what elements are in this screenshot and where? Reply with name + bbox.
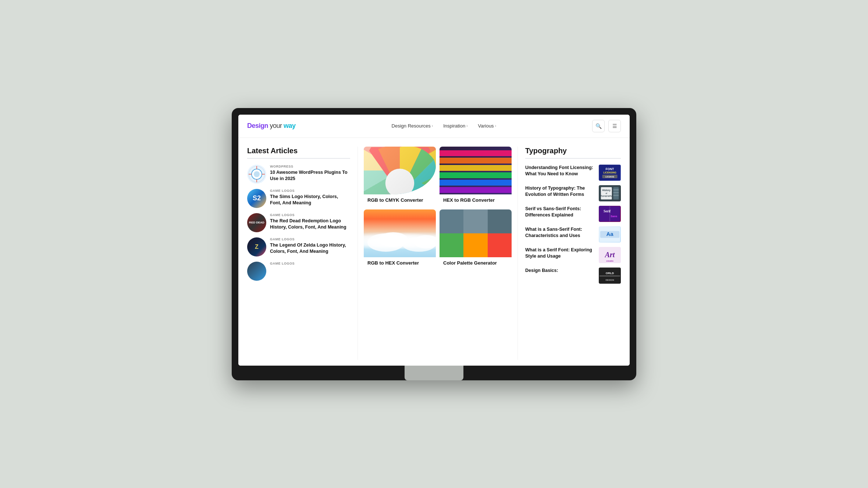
typo-item-title: What is a Sans-Serif Font: Characteristi… bbox=[525, 226, 595, 239]
svg-rect-33 bbox=[613, 192, 619, 193]
svg-point-8 bbox=[385, 169, 414, 194]
typo-meta: Serif vs Sans-Serif Fonts: Differences E… bbox=[525, 206, 595, 219]
article-category: GAME LOGOS bbox=[270, 262, 350, 265]
tool-image bbox=[440, 147, 512, 194]
palette-swatch bbox=[463, 233, 487, 257]
article-meta: WORDPRESS 10 Awesome WordPress Plugins T… bbox=[270, 165, 350, 182]
list-item[interactable]: S2 GAME LOGOS The Sims Logo History, Col… bbox=[247, 189, 350, 208]
svg-text:Art: Art bbox=[604, 251, 615, 259]
svg-text:LICENSE: LICENSE bbox=[605, 176, 615, 178]
article-thumbnail bbox=[247, 165, 266, 184]
tools-grid: RGB to CMYK Converter bbox=[364, 147, 512, 269]
typo-meta: What is a Serif Font: Exploring Style an… bbox=[525, 247, 595, 260]
list-item[interactable]: Serif vs Sans-Serif Fonts: Differences E… bbox=[525, 206, 621, 222]
typography-title: Typography bbox=[525, 147, 621, 159]
tool-label: HEX to RGB Converter bbox=[440, 194, 512, 206]
monitor: Design your way Design Resources › Inspi… bbox=[232, 108, 636, 380]
tool-card-hex-rgb[interactable]: HEX to RGB Converter bbox=[440, 147, 512, 206]
svg-text:History: History bbox=[602, 189, 611, 192]
article-title: 10 Awesome WordPress Plugins To Use in 2… bbox=[270, 169, 350, 182]
logo-your: your bbox=[268, 122, 284, 129]
typo-thumbnail: History of Typography bbox=[599, 185, 621, 201]
article-thumbnail: Z bbox=[247, 237, 266, 256]
svg-text:Typography: Typography bbox=[601, 195, 612, 197]
list-item[interactable]: History of Typography: The Evolution of … bbox=[525, 185, 621, 201]
nav-links: Design Resources › Inspiration › Various… bbox=[392, 123, 496, 129]
palette-swatch bbox=[488, 233, 512, 257]
palette-swatch bbox=[440, 209, 463, 233]
typo-meta: What is a Sans-Serif Font: Characteristi… bbox=[525, 226, 595, 239]
list-item[interactable]: Understanding Font Licensing: What You N… bbox=[525, 165, 621, 181]
nav-actions: 🔍 ☰ bbox=[592, 120, 621, 132]
article-title: The Sims Logo History, Colors, Font, And… bbox=[270, 194, 350, 207]
article-thumbnail bbox=[247, 262, 266, 281]
tool-label: Color Palette Generator bbox=[440, 257, 512, 269]
chevron-icon: › bbox=[466, 124, 467, 128]
svg-rect-7 bbox=[364, 147, 436, 194]
svg-text:Sans: Sans bbox=[611, 215, 617, 218]
palette-swatch bbox=[440, 233, 463, 257]
article-thumbnail: S2 bbox=[247, 189, 266, 208]
svg-text:creatio: creatio bbox=[606, 260, 613, 262]
typo-thumbnail: ORLD DESIGN bbox=[599, 268, 621, 284]
article-title: The Legend Of Zelda Logo History, Colors… bbox=[270, 242, 350, 255]
logo-way: way bbox=[284, 122, 296, 129]
typo-meta: Understanding Font Licensing: What You N… bbox=[525, 165, 595, 177]
site-logo[interactable]: Design your way bbox=[247, 122, 296, 130]
palette-swatch bbox=[463, 209, 487, 233]
tool-card-palette[interactable]: Color Palette Generator bbox=[440, 209, 512, 269]
latest-articles-section: Latest Articles bbox=[247, 147, 357, 360]
search-button[interactable]: 🔍 bbox=[592, 120, 605, 132]
list-item[interactable]: What is a Serif Font: Exploring Style an… bbox=[525, 247, 621, 263]
navbar: Design your way Design Resources › Inspi… bbox=[238, 115, 630, 138]
article-title: The Red Dead Redemption Logo History, Co… bbox=[270, 218, 350, 231]
monitor-stand bbox=[405, 366, 463, 380]
svg-text:of: of bbox=[605, 192, 607, 194]
list-item[interactable]: Z GAME LOGOS The Legend Of Zelda Logo Hi… bbox=[247, 237, 350, 256]
menu-button[interactable]: ☰ bbox=[608, 120, 621, 132]
main-content: Latest Articles bbox=[238, 138, 630, 366]
article-meta: GAME LOGOS bbox=[270, 262, 350, 266]
svg-text:DESIGN: DESIGN bbox=[605, 279, 614, 281]
article-category: GAME LOGOS bbox=[270, 237, 350, 241]
tool-card-rgb-hex[interactable]: RGB to HEX Converter bbox=[364, 209, 436, 269]
list-item[interactable]: GAME LOGOS bbox=[247, 262, 350, 281]
typo-thumbnail: Art creatio bbox=[599, 247, 621, 263]
typo-item-title: Serif vs Sans-Serif Fonts: Differences E… bbox=[525, 206, 595, 219]
nav-various[interactable]: Various › bbox=[478, 123, 496, 129]
typo-item-title: What is a Serif Font: Exploring Style an… bbox=[525, 247, 595, 260]
logo-design: Design bbox=[247, 122, 268, 129]
typo-thumbnail: Serif Sans bbox=[599, 206, 621, 222]
tool-label: RGB to HEX Converter bbox=[364, 257, 436, 269]
typo-meta: Design Basics: bbox=[525, 268, 595, 274]
tool-image bbox=[440, 209, 512, 257]
article-category: GAME LOGOS bbox=[270, 213, 350, 217]
svg-text:FONT: FONT bbox=[606, 167, 615, 171]
nav-inspiration[interactable]: Inspiration › bbox=[443, 123, 467, 129]
latest-articles-title: Latest Articles bbox=[247, 147, 350, 159]
chevron-icon: › bbox=[432, 124, 433, 128]
article-meta: GAME LOGOS The Red Dead Redemption Logo … bbox=[270, 213, 350, 231]
monitor-screen: Design your way Design Resources › Inspi… bbox=[238, 115, 630, 366]
typo-thumbnail: Aa bbox=[599, 226, 621, 243]
list-item[interactable]: RED DEAD GAME LOGOS The Red Dead Redempt… bbox=[247, 213, 350, 232]
list-item[interactable]: WORDPRESS 10 Awesome WordPress Plugins T… bbox=[247, 165, 350, 184]
article-meta: GAME LOGOS The Legend Of Zelda Logo Hist… bbox=[270, 237, 350, 255]
list-item[interactable]: What is a Sans-Serif Font: Characteristi… bbox=[525, 226, 621, 243]
typo-item-title: Design Basics: bbox=[525, 268, 595, 274]
svg-rect-16 bbox=[440, 147, 512, 194]
tool-card-rgb-cmyk[interactable]: RGB to CMYK Converter bbox=[364, 147, 436, 206]
article-category: WORDPRESS bbox=[270, 165, 350, 168]
typo-thumbnail: FONT LICENSING LICENSE bbox=[599, 165, 621, 181]
article-list: WORDPRESS 10 Awesome WordPress Plugins T… bbox=[247, 165, 350, 281]
nav-design-resources[interactable]: Design Resources › bbox=[392, 123, 433, 129]
chevron-icon: › bbox=[495, 124, 496, 128]
article-thumbnail: RED DEAD bbox=[247, 213, 266, 232]
list-item[interactable]: Design Basics: ORLD DESIGN bbox=[525, 268, 621, 284]
tool-label: RGB to CMYK Converter bbox=[364, 194, 436, 206]
svg-rect-34 bbox=[613, 194, 619, 196]
svg-point-2 bbox=[254, 171, 260, 177]
svg-text:ORLD: ORLD bbox=[606, 272, 614, 275]
typography-section: Typography Understanding Font Licensing:… bbox=[518, 147, 621, 360]
svg-rect-32 bbox=[613, 189, 619, 190]
